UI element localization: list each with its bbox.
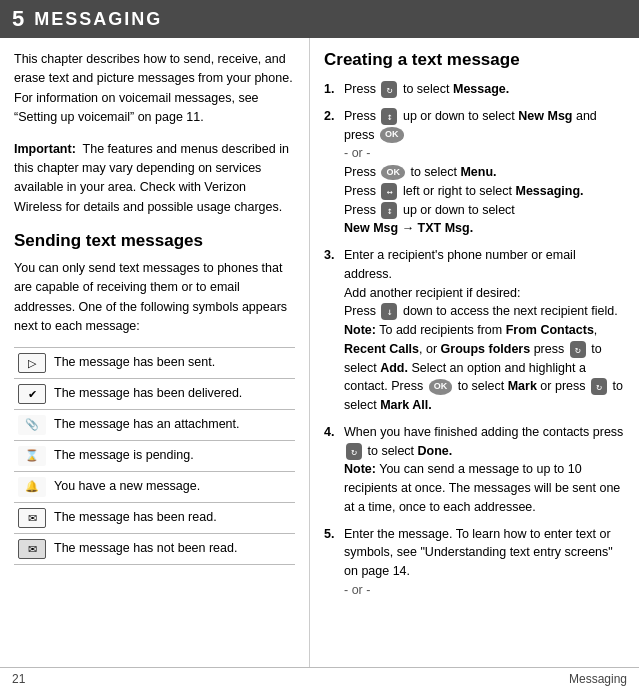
message-description: You have a new message.	[50, 471, 295, 502]
ok-button-3[interactable]: OK	[429, 379, 453, 395]
nav-button-6[interactable]: ↻	[570, 341, 586, 358]
step-number: 3.	[324, 246, 338, 265]
delivered-icon: ✔	[14, 378, 50, 409]
right-column: Creating a text message 1.Press ↻ to sel…	[310, 38, 639, 667]
sending-text: You can only send text messages to phone…	[14, 259, 295, 337]
chapter-number: 5	[12, 6, 24, 32]
step-item: 3.Enter a recipient's phone number or em…	[324, 246, 625, 415]
message-row: ✉The message has been read.	[14, 502, 295, 533]
message-description: The message has not been read.	[50, 533, 295, 564]
read-icon: ✉	[14, 502, 50, 533]
step-number: 2.	[324, 107, 338, 126]
nav-button-2[interactable]: ↕	[381, 108, 397, 125]
nav-button-5[interactable]: ↓	[381, 303, 397, 320]
message-description: The message is pending.	[50, 440, 295, 471]
chapter-title: Messaging	[34, 9, 162, 30]
important-paragraph: Important: The features and menus descri…	[14, 140, 295, 218]
message-symbol-table: ▷The message has been sent.✔The message …	[14, 347, 295, 565]
step-content: Enter the message. To learn how to enter…	[344, 525, 625, 600]
steps-list: 1.Press ↻ to select Message.2.Press ↕ up…	[324, 80, 625, 600]
intro-paragraph: This chapter describes how to send, rece…	[14, 50, 295, 128]
ok-button-1[interactable]: OK	[380, 127, 404, 143]
step-content: When you have finished adding the contac…	[344, 423, 625, 517]
step-item: 4.When you have finished adding the cont…	[324, 423, 625, 517]
nav-button-4[interactable]: ↕	[381, 202, 397, 219]
main-content: This chapter describes how to send, rece…	[0, 38, 639, 667]
nav-button-1[interactable]: ↻	[381, 81, 397, 98]
message-row: 🔔You have a new message.	[14, 471, 295, 502]
sent-icon: ▷	[14, 347, 50, 378]
important-label: Important:	[14, 142, 76, 156]
step-content: Press ↻ to select Message.	[344, 80, 625, 99]
new-message-icon: 🔔	[14, 471, 50, 502]
message-row: ⌛The message is pending.	[14, 440, 295, 471]
footer-section-label: Messaging	[569, 672, 627, 686]
ok-button-2[interactable]: OK	[381, 165, 405, 181]
message-row: ✉The message has not been read.	[14, 533, 295, 564]
message-row: ▷The message has been sent.	[14, 347, 295, 378]
left-column: This chapter describes how to send, rece…	[0, 38, 310, 667]
nav-button-3[interactable]: ↔	[381, 183, 397, 200]
footer-bar: 21 Messaging	[0, 667, 639, 690]
nav-button-7[interactable]: ↻	[591, 378, 607, 395]
step-number: 5.	[324, 525, 338, 544]
message-description: The message has an attachment.	[50, 409, 295, 440]
attachment-icon: 📎	[14, 409, 50, 440]
page-container: 5 Messaging This chapter describes how t…	[0, 0, 639, 690]
sending-heading: Sending text messages	[14, 231, 295, 251]
unread-icon: ✉	[14, 533, 50, 564]
creating-heading: Creating a text message	[324, 50, 625, 70]
chapter-header: 5 Messaging	[0, 0, 639, 38]
page-number: 21	[12, 672, 25, 686]
step-content: Press ↕ up or down to select New Msg and…	[344, 107, 625, 238]
message-description: The message has been sent.	[50, 347, 295, 378]
message-row: ✔The message has been delivered.	[14, 378, 295, 409]
message-description: The message has been read.	[50, 502, 295, 533]
step-item: 5.Enter the message. To learn how to ent…	[324, 525, 625, 600]
message-description: The message has been delivered.	[50, 378, 295, 409]
message-row: 📎The message has an attachment.	[14, 409, 295, 440]
nav-button-8[interactable]: ↻	[346, 443, 362, 460]
pending-icon: ⌛	[14, 440, 50, 471]
step-number: 1.	[324, 80, 338, 99]
step-content: Enter a recipient's phone number or emai…	[344, 246, 625, 415]
step-item: 2.Press ↕ up or down to select New Msg a…	[324, 107, 625, 238]
step-item: 1.Press ↻ to select Message.	[324, 80, 625, 99]
step-number: 4.	[324, 423, 338, 442]
